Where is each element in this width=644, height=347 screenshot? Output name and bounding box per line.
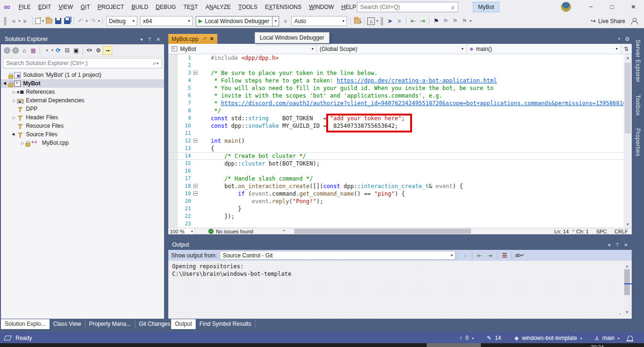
- code-line[interactable]: 17 /* Handle slash command */: [168, 175, 632, 182]
- outgoing-commits-count[interactable]: 0: [465, 335, 469, 341]
- vertical-tab-properties[interactable]: Properties: [635, 128, 641, 157]
- breakpoint-margin[interactable]: [168, 130, 178, 137]
- pin-icon[interactable]: ⊤: [148, 37, 152, 42]
- navigate-forward-icon[interactable]: ►: [22, 16, 29, 26]
- pending-changes-filter-icon[interactable]: ◔: [42, 47, 50, 54]
- code-line[interactable]: 22 });: [168, 213, 632, 220]
- previous-message-icon[interactable]: ⇤: [475, 252, 484, 259]
- editor-options-gear-icon[interactable]: ⚙: [625, 36, 630, 42]
- breakpoint-margin[interactable]: [168, 122, 178, 130]
- feedback-person-icon[interactable]: [631, 18, 637, 25]
- home-icon[interactable]: ⌂: [367, 17, 375, 25]
- menu-item-file[interactable]: FILE: [15, 0, 34, 14]
- scroll-left-icon[interactable]: ◂: [283, 228, 285, 232]
- breakpoint-margin[interactable]: [168, 182, 178, 190]
- expand-arrow-icon[interactable]: ▷: [11, 116, 17, 120]
- bookmark-icon[interactable]: ⚑: [432, 16, 440, 26]
- menu-item-build[interactable]: BUILD: [128, 0, 152, 14]
- menu-item-window[interactable]: WINDOW: [305, 0, 338, 14]
- tree-item-references[interactable]: ▷References: [1, 88, 164, 96]
- document-tab-mybot-cpp[interactable]: MyBot.cpp ⊤ ✕: [168, 34, 217, 44]
- solution-configuration-dropdown[interactable]: Debug▾: [106, 16, 137, 26]
- hot-reload-icon[interactable]: ♦: [281, 16, 289, 26]
- code-line[interactable]: 19 if (event.command.get_command_name() …: [168, 190, 632, 198]
- breakpoint-margin[interactable]: [168, 77, 178, 84]
- find-in-files-icon[interactable]: ⌕: [354, 18, 361, 24]
- new-file-icon[interactable]: [35, 18, 41, 24]
- tree-item-solution-mybot-1-of-1-project[interactable]: Solution 'MyBot' (1 of 1 project): [1, 71, 164, 79]
- tab-solution-explo[interactable]: Solution Explo...: [1, 319, 50, 329]
- line-indent-left-icon[interactable]: ⇤: [409, 16, 417, 26]
- next-message-icon[interactable]: ⇥: [486, 252, 494, 259]
- fold-collapse-icon[interactable]: [193, 139, 198, 143]
- code-line[interactable]: 5 * You will also need to fill in your g…: [168, 84, 632, 92]
- editor-horizontal-scrollbar[interactable]: [289, 229, 571, 234]
- repository-name[interactable]: windows-bot-template: [522, 335, 577, 341]
- scroll-up-icon[interactable]: ▲: [623, 262, 631, 270]
- toolbar-grip[interactable]: [4, 17, 7, 25]
- navigate-back-dropdown-icon[interactable]: ▾: [18, 19, 20, 23]
- breakpoint-margin[interactable]: [168, 145, 178, 152]
- navigate-back-icon[interactable]: ◄: [9, 16, 17, 26]
- notifications-bell-icon[interactable]: [627, 336, 633, 340]
- redo-dropdown-icon[interactable]: ▾: [98, 19, 100, 23]
- close-panel-icon[interactable]: ✕: [157, 37, 160, 42]
- tab-property-mana[interactable]: Property Mana...: [85, 319, 135, 329]
- breakpoint-margin[interactable]: [168, 54, 178, 62]
- user-avatar[interactable]: [561, 2, 571, 12]
- issues-indicator[interactable]: ✓ No issues found: [208, 228, 253, 234]
- breakpoint-margin[interactable]: [168, 107, 178, 115]
- back-icon[interactable]: ‹: [4, 47, 10, 54]
- line-ending-indicator[interactable]: CRLF: [614, 229, 628, 234]
- clear-bookmarks-icon[interactable]: ⚑: [461, 16, 468, 26]
- undo-icon[interactable]: ↶: [77, 16, 84, 26]
- fold-collapse-icon[interactable]: [193, 184, 198, 188]
- watch-mode-dropdown[interactable]: Auto▾: [291, 16, 347, 26]
- fold-collapse-icon[interactable]: [193, 71, 198, 75]
- tab-output[interactable]: Output: [171, 319, 196, 329]
- zoom-level-dropdown[interactable]: 100 %▾: [168, 228, 195, 234]
- chevron-up-icon[interactable]: ▴: [580, 336, 582, 340]
- close-button[interactable]: ✕: [623, 0, 644, 14]
- breakpoint-margin[interactable]: [168, 92, 178, 99]
- column-indicator[interactable]: Ch: 1: [576, 229, 588, 234]
- menu-item-analyze[interactable]: ANALYZE: [202, 0, 235, 14]
- menu-item-debug[interactable]: DEBUG: [152, 0, 180, 14]
- save-all-icon[interactable]: [64, 18, 70, 24]
- expand-arrow-icon[interactable]: ▷: [11, 99, 17, 103]
- current-branch-name[interactable]: main: [602, 335, 614, 341]
- vertical-tab-toolbox[interactable]: Toolbox: [635, 95, 641, 116]
- breakpoint-margin[interactable]: [168, 198, 178, 205]
- maximize-button[interactable]: □: [602, 0, 623, 14]
- code-line[interactable]: 23: [168, 220, 632, 228]
- breakpoint-margin[interactable]: [168, 69, 178, 77]
- menu-item-edit[interactable]: EDIT: [34, 0, 55, 14]
- tab-git-changes[interactable]: Git Changes: [135, 319, 175, 329]
- line-indicator[interactable]: Ln: 14: [554, 229, 569, 234]
- properties-icon[interactable]: ▣: [72, 47, 80, 54]
- code-editor[interactable]: 1#include <dpp/dpp.h>23/* Be sure to pla…: [168, 54, 632, 228]
- output-vertical-scrollbar[interactable]: ▲ ▼: [623, 262, 631, 316]
- scroll-up-icon[interactable]: ▲: [624, 55, 632, 60]
- output-console[interactable]: Opening repositories:C:\Users\brain\wind…: [168, 261, 632, 319]
- home-icon[interactable]: ⌂: [20, 47, 28, 54]
- breakpoint-margin[interactable]: [168, 99, 178, 107]
- scrollbar-thumb[interactable]: [624, 269, 630, 295]
- project-scope-dropdown[interactable]: MyBot ▾: [168, 44, 317, 54]
- save-icon[interactable]: [55, 18, 61, 24]
- search-icon[interactable]: ⌕: [153, 60, 156, 66]
- insert-mode-indicator[interactable]: SPC: [596, 229, 607, 234]
- tab-class-view[interactable]: Class View: [50, 319, 85, 329]
- chevron-up-icon[interactable]: ▴: [472, 336, 474, 340]
- code-line[interactable]: 20 event.reply("Pong!");: [168, 198, 632, 205]
- open-file-icon[interactable]: [46, 18, 52, 24]
- tab-find-symbol-results[interactable]: Find Symbol Results: [196, 319, 256, 329]
- output-title-bar[interactable]: Output ▾ ⊤ ✕: [168, 240, 632, 250]
- line-indent-right-icon[interactable]: ⇥: [419, 16, 426, 26]
- scrollbar-thumb[interactable]: [625, 63, 631, 133]
- code-line[interactable]: 6 * invite it with the scopes 'bot' and …: [168, 92, 632, 99]
- toolbar-overflow-icon[interactable]: ▾: [470, 19, 471, 23]
- search-input[interactable]: [360, 4, 451, 10]
- menu-item-extensions[interactable]: EXTENSIONS: [261, 0, 305, 14]
- new-file-dropdown-icon[interactable]: ▾: [42, 19, 44, 23]
